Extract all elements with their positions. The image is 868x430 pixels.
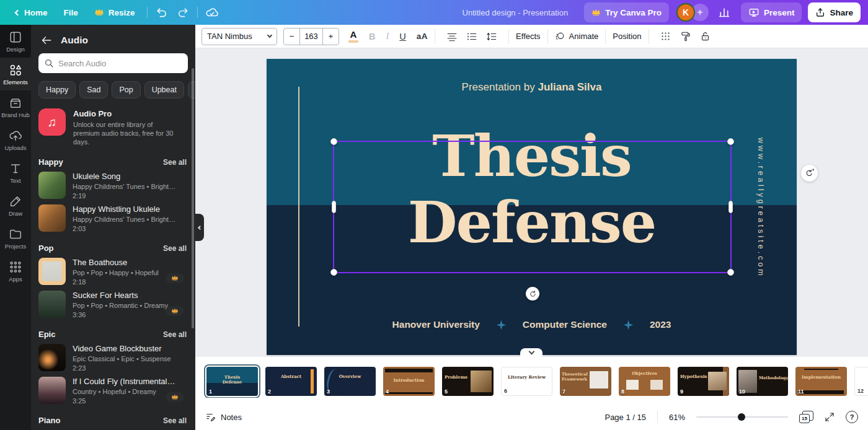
effects-button[interactable]: Effects xyxy=(516,32,541,41)
page-thumbnail-9[interactable]: Hypothesis9 xyxy=(678,367,729,396)
sidebar-item-text[interactable]: Text xyxy=(0,156,31,189)
slide-title-text[interactable]: Thesis Defense xyxy=(267,123,797,256)
lock-button[interactable] xyxy=(698,28,714,45)
fullscreen-button[interactable] xyxy=(825,412,835,422)
chip-happy[interactable]: Happy xyxy=(38,81,76,99)
text-case-button[interactable]: aA xyxy=(417,32,428,41)
back-arrow-icon[interactable] xyxy=(41,35,52,45)
share-icon xyxy=(815,7,825,17)
sidebar-item-projects[interactable]: Projects xyxy=(0,222,31,255)
audio-search[interactable] xyxy=(38,53,188,73)
see-all-link[interactable]: See all xyxy=(163,330,187,339)
track-ukulele-song[interactable]: Ukulele Song Happy Childrens' Tunes • Br… xyxy=(38,172,190,200)
page-thumbnail-10[interactable]: Methodology10 xyxy=(737,367,788,396)
footer-year: 2023 xyxy=(650,319,671,330)
byline-name: Juliana Silva xyxy=(538,81,601,93)
section-title-piano: Piano xyxy=(38,416,60,425)
panel-collapse-button[interactable] xyxy=(195,214,204,241)
underline-button[interactable]: U xyxy=(399,32,405,42)
transparency-button[interactable] xyxy=(658,28,674,45)
crown-icon xyxy=(591,9,601,17)
redo-button[interactable] xyxy=(172,0,193,25)
page-thumbnail-3[interactable]: Overview3 xyxy=(324,367,376,396)
audio-pro-banner[interactable]: ♫ Audio Pro Unlock our entire library of… xyxy=(38,108,188,146)
notes-button[interactable]: Notes xyxy=(205,412,242,423)
track-sucker-for-hearts[interactable]: Sucker For Hearts Pop • Pop • Romantic •… xyxy=(38,291,190,318)
page-thumbnail-5[interactable]: Problems5 xyxy=(442,367,494,396)
page-thumbnail-4[interactable]: Introduction4 xyxy=(383,367,435,396)
account-cluster: K + xyxy=(676,3,709,22)
strip-collapse-button[interactable] xyxy=(520,348,542,357)
font-size-decrease-button[interactable]: − xyxy=(284,29,299,45)
chip-sad[interactable]: Sad xyxy=(79,81,108,99)
animate-button[interactable]: Animate xyxy=(555,31,599,42)
slide-footer[interactable]: Hanover University Computer Science 2023 xyxy=(267,319,797,330)
track-title: Ukulele Song xyxy=(73,172,177,181)
zoom-level[interactable]: 61% xyxy=(669,413,685,422)
position-button[interactable]: Position xyxy=(613,32,641,41)
text-color-button[interactable]: A xyxy=(348,30,358,43)
page-thumbnail-7[interactable]: Theoretical Framework7 xyxy=(560,367,611,396)
font-size-value[interactable]: 163 xyxy=(299,29,323,45)
page-thumbnail-6[interactable]: Literary Review6 xyxy=(501,367,552,396)
font-size-stepper: − 163 + xyxy=(283,28,339,45)
sidebar-item-brand-hub[interactable]: Brand Hub xyxy=(0,90,31,123)
sidebar-item-uploads[interactable]: Uploads xyxy=(0,123,31,156)
share-button[interactable]: Share xyxy=(808,2,861,22)
page-thumbnail-8[interactable]: Objectives8 xyxy=(619,367,670,396)
file-menu-button[interactable]: File xyxy=(56,0,86,25)
track-video-game-blockbuster[interactable]: Video Game Blockbuster Epic Classical • … xyxy=(38,344,190,372)
present-button[interactable]: Present xyxy=(741,2,802,22)
see-all-link[interactable]: See all xyxy=(163,416,187,425)
sidebar-item-design[interactable]: Design xyxy=(0,25,31,58)
grid-view-button[interactable]: 15 xyxy=(799,411,813,423)
sidebar-item-elements[interactable]: Elements xyxy=(0,58,31,90)
slide-page-1[interactable]: Presentation by Juliana Silva Thesis Def… xyxy=(267,59,797,355)
see-all-link[interactable]: See all xyxy=(163,158,187,167)
track-if-i-could-fly[interactable]: If I Could Fly (Instrumental Versio... C… xyxy=(38,377,190,405)
resize-handle-east[interactable] xyxy=(728,201,733,213)
panel-scrollbar[interactable] xyxy=(192,68,194,328)
regenerate-button[interactable] xyxy=(801,165,818,182)
see-all-link[interactable]: See all xyxy=(163,244,187,253)
resize-handle-sw[interactable] xyxy=(330,269,337,276)
try-canva-pro-button[interactable]: Try Canva Pro xyxy=(584,2,669,22)
copy-style-button[interactable] xyxy=(678,28,694,45)
page-thumbnail-2[interactable]: Abstract2 xyxy=(265,367,317,396)
undo-button[interactable] xyxy=(151,0,172,25)
resize-handle-west[interactable] xyxy=(332,201,336,213)
bold-button[interactable]: B xyxy=(369,32,375,42)
chip-pop[interactable]: Pop xyxy=(112,81,140,99)
document-title[interactable]: Untitled design - Presentation xyxy=(463,8,569,17)
track-happy-whistling[interactable]: Happy Whistling Ukulele Happy Childrens'… xyxy=(38,204,190,232)
resize-handle-ne[interactable] xyxy=(727,138,734,145)
rotate-handle[interactable] xyxy=(526,287,539,301)
home-button[interactable]: Home xyxy=(7,0,56,25)
slide-website-text[interactable]: www.reallygreatsite.com xyxy=(756,138,765,290)
slide-byline[interactable]: Presentation by Juliana Silva xyxy=(267,81,797,94)
resize-handle-se[interactable] xyxy=(727,269,734,276)
resize-button[interactable]: Resize xyxy=(86,0,143,25)
bullet-list-button[interactable] xyxy=(464,28,480,45)
line-spacing-button[interactable] xyxy=(484,28,500,45)
page-thumbnail-1[interactable]: Thesis Defense1 xyxy=(206,367,258,396)
sidebar-item-apps[interactable]: Apps xyxy=(0,255,31,287)
zoom-slider[interactable] xyxy=(696,416,788,418)
text-align-button[interactable] xyxy=(444,28,460,45)
page-thumbnail-12[interactable]: Result12 xyxy=(854,367,868,396)
font-family-select[interactable]: TAN Nimbus xyxy=(202,28,277,45)
sidebar-item-draw[interactable]: Draw xyxy=(0,189,31,222)
zoom-slider-knob[interactable] xyxy=(738,413,745,421)
italic-button[interactable]: I xyxy=(386,31,389,42)
page-label: Implementation xyxy=(795,375,847,380)
track-the-boathouse[interactable]: The Boathouse Pop • Pop • Happy • Hopefu… xyxy=(38,258,190,286)
font-size-increase-button[interactable]: + xyxy=(323,29,339,45)
sparkle-star-icon xyxy=(623,320,634,330)
help-button[interactable]: ? xyxy=(846,411,858,423)
avatar[interactable]: K xyxy=(676,3,695,22)
resize-handle-nw[interactable] xyxy=(330,138,337,145)
insights-button[interactable] xyxy=(714,0,735,25)
page-thumbnail-11[interactable]: Implementation11 xyxy=(795,367,847,396)
search-input[interactable] xyxy=(58,59,182,68)
chip-upbeat[interactable]: Upbeat xyxy=(144,81,184,99)
